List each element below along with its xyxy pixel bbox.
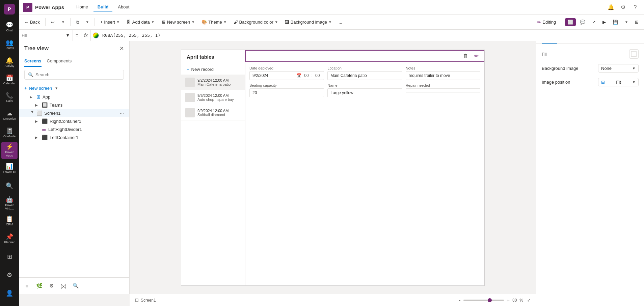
tab-screens[interactable]: Screens	[24, 56, 42, 67]
powerapps-icon: ⚡	[6, 144, 13, 150]
new-screen-button[interactable]: 🖥 New screen ▼	[159, 18, 198, 26]
detail-delete-icon[interactable]: 🗑	[461, 51, 470, 61]
nav-label-onenote: OneNote	[3, 135, 16, 138]
zoom-minus-button[interactable]: -	[459, 297, 460, 303]
back-button[interactable]: ← Back	[22, 18, 43, 26]
property-dropdown[interactable]: Fill ▼	[19, 30, 73, 41]
notes-input[interactable]: requires trailer to move	[406, 71, 480, 80]
nav-item-calendar[interactable]: 📅 Calendar	[1, 72, 18, 88]
tree-item-rightcontainer1[interactable]: ▶ ⬛ RightContainer1	[19, 117, 129, 125]
nav-item-activity[interactable]: 🔔 Activity	[1, 54, 18, 71]
date-value: 9/2/2024	[252, 73, 268, 78]
play-button[interactable]: ▶	[600, 18, 609, 26]
zoom-plus-button[interactable]: +	[507, 297, 510, 303]
insert-label: Insert	[104, 20, 115, 25]
fill-color-picker[interactable]	[629, 49, 639, 59]
nav-label-planner: Planner	[4, 241, 15, 244]
panel-variable-icon[interactable]: (x)	[58, 280, 69, 291]
save-dropdown-button[interactable]: ▼	[622, 19, 631, 25]
panel-tree-icon[interactable]: 🌿	[34, 280, 45, 291]
location-input[interactable]: Main Cafeteria patio	[327, 71, 402, 80]
editing-button[interactable]: ✏ Editing	[534, 18, 559, 26]
help-icon[interactable]: ?	[630, 3, 640, 12]
equals-sign: =	[73, 30, 81, 41]
image-position-select[interactable]: ⊞ Fit ▼	[598, 78, 639, 86]
nav-home[interactable]: Home	[72, 3, 92, 11]
save-button[interactable]: 💾	[610, 18, 621, 26]
nav-item-crm[interactable]: 📋 CRM	[1, 213, 18, 229]
copy-dropdown-button[interactable]: ▼	[83, 19, 92, 25]
tree-item-app[interactable]: ▶ ⊞ App	[19, 93, 129, 101]
panel-search-icon[interactable]: 🔍	[70, 280, 81, 291]
seating-capacity-input[interactable]: 20	[249, 88, 324, 97]
record-item-2[interactable]: 9/5/2024 12:00 AM Auto shop - spare bay	[181, 90, 245, 105]
bg-image-button[interactable]: 🖼 Background image ▼	[282, 18, 334, 26]
app-canvas: April tables + New record 9/2/2024 12:00…	[181, 50, 484, 285]
fill-property-row: Fill	[542, 49, 639, 59]
panel-close-button[interactable]: ✕	[119, 45, 124, 52]
color-picker-icon[interactable]	[93, 32, 99, 38]
fullscreen-icon[interactable]: ⤢	[527, 298, 531, 303]
nav-item-chat[interactable]: 💬 Chat	[1, 19, 18, 35]
new-record-button[interactable]: + New record	[181, 64, 245, 75]
nav-item-powerbi[interactable]: 📊 Power BI	[1, 160, 18, 176]
settings-icon-title[interactable]: ⚙	[618, 3, 628, 12]
nav-item-calls[interactable]: 📞 Calls	[1, 89, 18, 106]
repair-needed-input[interactable]	[406, 88, 480, 92]
comment-button[interactable]: 💬	[577, 18, 588, 26]
tree-item-teams[interactable]: ▶ 🔲 Teams	[19, 101, 129, 109]
theme-button[interactable]: 🎨 Theme ▼	[199, 18, 229, 26]
bg-image-select[interactable]: None ▼	[598, 64, 639, 73]
copy-button[interactable]: ⧉	[73, 18, 82, 26]
share-button[interactable]: ↗	[589, 18, 598, 26]
undo-dropdown-button[interactable]: ▼	[59, 19, 68, 25]
zoom-value: 80	[512, 298, 517, 303]
nav-item-search[interactable]: 🔍	[1, 177, 18, 194]
toolbar-divider-3	[95, 18, 95, 26]
container-icon-left: ⬛	[42, 135, 48, 140]
insert-button[interactable]: + Insert ▼	[98, 18, 123, 26]
nav-logo: P	[3, 3, 16, 16]
more-button[interactable]: ...	[336, 18, 345, 26]
nav-item-settings[interactable]: ⚙	[1, 266, 18, 284]
tree-search-input[interactable]	[35, 72, 120, 77]
apps-grid-button[interactable]: ⊞	[632, 18, 641, 26]
record-item-1[interactable]: 9/2/2024 12:00 AM Main Cafeteria patio	[181, 75, 245, 90]
name-input[interactable]: Large yellow	[327, 88, 402, 97]
bg-color-button[interactable]: 🖌 Background color ▼	[231, 18, 281, 26]
nav-item-onenote[interactable]: 📓 OneNote	[1, 124, 18, 141]
add-data-button[interactable]: 🗄 Add data ▼	[124, 18, 157, 26]
record-avatar-2	[185, 93, 195, 102]
tree-item-leftrightdivider1[interactable]: ▶ ⚌ LeftRightDivider1	[19, 125, 129, 133]
nav-item-onedrive[interactable]: ☁ OneDrive	[1, 107, 18, 123]
tree-item-leftcontainer1[interactable]: ▶ ⬛ LeftContainer1	[19, 133, 129, 141]
new-screen-tree-button[interactable]: + New screen ▼	[19, 84, 129, 93]
date-deployed-input[interactable]: 9/2/2024 📅 00 : 00	[249, 71, 324, 80]
notifications-icon[interactable]: 🔔	[606, 3, 616, 12]
zoom-slider[interactable]	[463, 300, 504, 301]
tree-label-teams: Teams	[50, 103, 124, 108]
detail-toolbar: 🗑 ✏	[245, 50, 484, 62]
nav-build[interactable]: Build	[93, 3, 113, 11]
nav-item-user[interactable]: 👤	[1, 284, 18, 302]
tree-item-screen1[interactable]: ▶ ⬜ Screen1 ···	[19, 109, 129, 117]
tree-chevron-app: ▶	[30, 95, 35, 99]
nav-item-planner[interactable]: 📌 Planner	[1, 230, 18, 247]
nav-item-powerapps[interactable]: ⚡ Power Apps	[1, 142, 18, 159]
nav-about[interactable]: About	[114, 3, 133, 11]
view-toggle-button[interactable]: ⬜	[565, 18, 576, 26]
record-item-3[interactable]: 9/9/2024 12:00 AM Softball diamond	[181, 105, 245, 120]
nav-item-apps[interactable]: ⊞	[1, 248, 18, 266]
nav-item-teams[interactable]: 👥 Teams	[1, 36, 18, 53]
panel-layers-icon[interactable]: ≡	[22, 280, 32, 291]
panel-settings-icon[interactable]: ⚙	[46, 280, 57, 291]
nav-item-powervirtual[interactable]: 🤖 Power Virtu...	[1, 195, 18, 212]
detail-edit-icon[interactable]: ✏	[472, 51, 481, 61]
undo-button[interactable]: ↩	[48, 18, 57, 26]
editing-label: Editing	[542, 20, 556, 25]
record-date-2: 9/5/2024 12:00 AM	[197, 93, 234, 98]
tree-actions-screen1[interactable]: ···	[120, 110, 124, 116]
zoom-thumb[interactable]	[488, 298, 492, 302]
tab-components[interactable]: Components	[47, 56, 72, 67]
tree-label-app: App	[43, 94, 124, 100]
